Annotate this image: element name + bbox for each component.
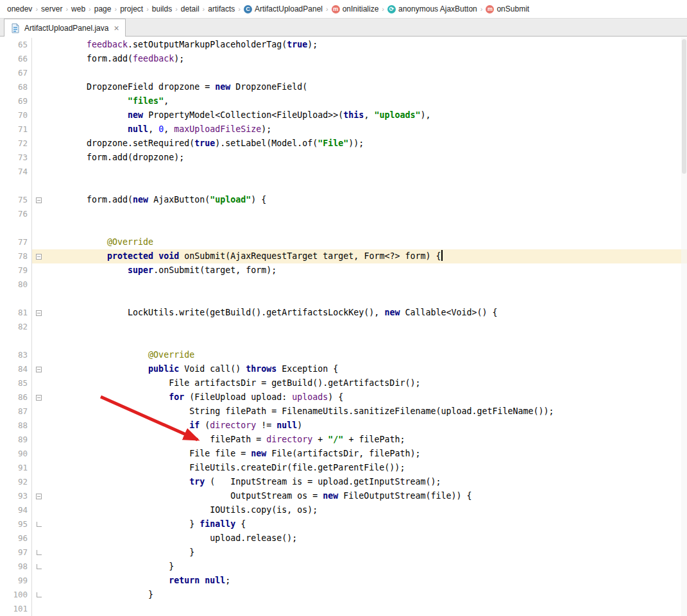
line-number[interactable]: 97 xyxy=(0,545,32,560)
line-number[interactable]: 68 xyxy=(0,80,32,94)
code-line-row[interactable]: 92 try ( InputStream is = upload.getInpu… xyxy=(0,475,687,489)
code-line-row[interactable]: 81 LockUtils.write(getBuild().getArtifac… xyxy=(0,306,687,320)
breadcrumb-item-project[interactable]: project xyxy=(118,3,145,15)
code-line-row[interactable]: 86 for (FileUpload upload: uploads) { xyxy=(0,390,687,404)
code-line-row[interactable]: 74 xyxy=(0,165,687,179)
breadcrumb-item-onedev[interactable]: onedev xyxy=(5,3,34,15)
fold-column[interactable] xyxy=(32,560,46,574)
fold-column[interactable] xyxy=(32,249,46,263)
line-number[interactable]: 76 xyxy=(0,207,32,221)
line-number[interactable]: 98 xyxy=(0,560,32,574)
line-number[interactable]: 70 xyxy=(0,108,32,122)
code-line-row[interactable]: 77 @Override xyxy=(0,235,687,249)
tab-artifactuploadpanel[interactable]: ArtifactUploadPanel.java × xyxy=(4,19,126,37)
line-number[interactable]: 71 xyxy=(0,122,32,137)
code-line-row[interactable]: 100 } xyxy=(0,588,687,602)
code-line-row[interactable]: 97 } xyxy=(0,545,687,560)
code-line-row[interactable]: 91 FileUtils.createDir(file.getParentFil… xyxy=(0,461,687,475)
breadcrumb-item-artifacts[interactable]: artifacts xyxy=(206,3,237,15)
line-number[interactable]: 84 xyxy=(0,362,32,376)
code-line-row[interactable]: 80 xyxy=(0,278,687,292)
line-number[interactable]: 74 xyxy=(0,165,32,179)
line-number[interactable]: 80 xyxy=(0,278,32,292)
code-line-row[interactable]: 98 } xyxy=(0,560,687,574)
editor[interactable]: 65 feedback.setOutputMarkupPlaceholderTa… xyxy=(0,37,687,616)
line-number[interactable]: 67 xyxy=(0,66,32,80)
code-line-row[interactable]: 67 xyxy=(0,66,687,80)
line-number[interactable]: 69 xyxy=(0,94,32,108)
fold-column[interactable] xyxy=(32,517,46,531)
fold-column[interactable] xyxy=(32,588,46,602)
line-number[interactable]: 99 xyxy=(0,574,32,588)
breadcrumb-item-onsubmit[interactable]: monSubmit xyxy=(484,3,531,15)
line-number[interactable]: 93 xyxy=(0,489,32,503)
scrollbar[interactable] xyxy=(681,37,687,616)
breadcrumb-item-oninitialize[interactable]: monInitialize xyxy=(330,3,381,15)
code-line-row[interactable]: 78 protected void onSubmit(AjaxRequestTa… xyxy=(0,249,687,263)
fold-start-icon[interactable] xyxy=(36,395,42,401)
breadcrumb-item-server[interactable]: server xyxy=(39,3,64,15)
code-line-row[interactable]: 96 upload.release(); xyxy=(0,531,687,545)
line-number[interactable]: 82 xyxy=(0,320,32,334)
fold-end-icon[interactable] xyxy=(37,522,42,527)
fold-end-icon[interactable] xyxy=(37,564,42,569)
line-number[interactable]: 75 xyxy=(0,193,32,207)
code-line-row[interactable]: 82 xyxy=(0,320,687,334)
fold-column[interactable] xyxy=(32,545,46,560)
line-number[interactable]: 95 xyxy=(0,517,32,531)
code-line-row[interactable]: 83 @Override xyxy=(0,348,687,362)
fold-end-icon[interactable] xyxy=(37,592,42,597)
code-line-row[interactable]: 85 File artifactsDir = getBuild().getArt… xyxy=(0,376,687,390)
line-number[interactable]: 65 xyxy=(0,38,32,52)
code-line-row[interactable]: 65 feedback.setOutputMarkupPlaceholderTa… xyxy=(0,38,687,52)
breadcrumb-item-artifactuploadpanel[interactable]: CArtifactUploadPanel xyxy=(242,3,325,15)
line-number[interactable]: 79 xyxy=(0,263,32,278)
line-number[interactable]: 90 xyxy=(0,447,32,461)
code-line-row[interactable]: 101 xyxy=(0,602,687,616)
breadcrumb-item-builds[interactable]: builds xyxy=(150,3,174,15)
line-number[interactable]: 81 xyxy=(0,306,32,320)
fold-start-icon[interactable] xyxy=(36,197,42,203)
code-line-row[interactable]: 90 File file = new File(artifactsDir, fi… xyxy=(0,447,687,461)
line-number[interactable]: 83 xyxy=(0,348,32,362)
line-number[interactable]: 77 xyxy=(0,235,32,249)
code-line-row[interactable]: 69 "files", xyxy=(0,94,687,108)
scrollbar-thumb[interactable] xyxy=(682,39,686,174)
fold-start-icon[interactable] xyxy=(36,367,42,372)
fold-start-icon[interactable] xyxy=(36,494,42,499)
code-line-row[interactable]: 70 new PropertyModel<Collection<FileUplo… xyxy=(0,108,687,122)
code-line-row[interactable]: 89 filePath = directory + "/" + filePath… xyxy=(0,433,687,447)
fold-column[interactable] xyxy=(32,390,46,404)
breadcrumb-item-detail[interactable]: detail xyxy=(179,3,201,15)
code-line-row[interactable]: 87 String filePath = FilenameUtils.sanit… xyxy=(0,404,687,419)
breadcrumb-item-anonymous-ajaxbutton[interactable]: ⟳anonymous AjaxButton xyxy=(386,3,479,15)
line-number[interactable]: 88 xyxy=(0,419,32,433)
code-line-row[interactable]: 88 if (directory != null) xyxy=(0,419,687,433)
code-line-row[interactable]: 95 } finally { xyxy=(0,517,687,531)
fold-end-icon[interactable] xyxy=(37,550,42,555)
fold-column[interactable] xyxy=(32,489,46,503)
line-number[interactable]: 100 xyxy=(0,588,32,602)
code-line-row[interactable]: 93 OutputStream os = new FileOutputStrea… xyxy=(0,489,687,503)
line-number[interactable]: 85 xyxy=(0,376,32,390)
line-number[interactable]: 101 xyxy=(0,602,32,616)
line-number[interactable]: 96 xyxy=(0,531,32,545)
code-line-row[interactable]: 72 dropzone.setRequired(true).setLabel(M… xyxy=(0,137,687,151)
code-line-row[interactable]: 75 form.add(new AjaxButton("upload") { xyxy=(0,193,687,207)
code-line-row[interactable]: 94 IOUtils.copy(is, os); xyxy=(0,503,687,517)
fold-start-icon[interactable] xyxy=(36,254,42,260)
code-line-row[interactable]: 73 form.add(dropzone); xyxy=(0,151,687,165)
line-number[interactable]: 78 xyxy=(0,249,32,263)
line-number[interactable]: 87 xyxy=(0,404,32,419)
code-line-row[interactable]: 99 return null; xyxy=(0,574,687,588)
fold-column[interactable] xyxy=(32,362,46,376)
line-number[interactable]: 89 xyxy=(0,433,32,447)
fold-column[interactable] xyxy=(32,306,46,320)
line-number[interactable]: 72 xyxy=(0,137,32,151)
code-line-row[interactable]: 66 form.add(feedback); xyxy=(0,52,687,66)
code-line-row[interactable]: 79 super.onSubmit(target, form); xyxy=(0,263,687,278)
line-number[interactable]: 73 xyxy=(0,151,32,165)
tab-close-icon[interactable]: × xyxy=(114,24,119,33)
breadcrumb-item-page[interactable]: page xyxy=(92,3,114,15)
line-number[interactable]: 66 xyxy=(0,52,32,66)
